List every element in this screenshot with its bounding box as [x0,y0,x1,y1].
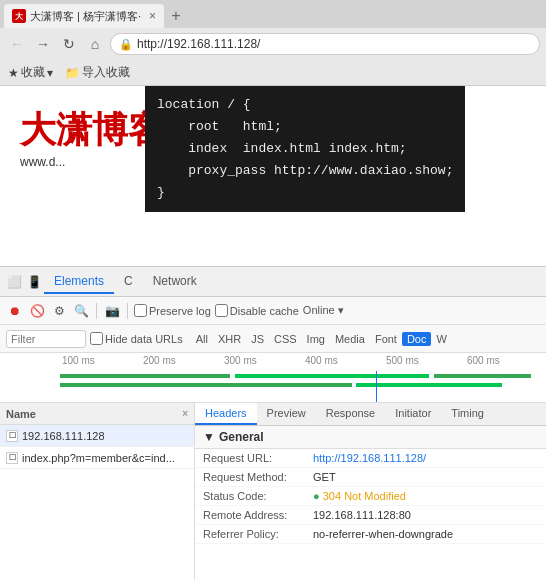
active-tab[interactable]: 大 大潇博客 | 杨宇潇博客· × [4,4,164,28]
hide-data-urls-checkbox[interactable]: Hide data URLs [90,332,183,345]
details-tab-preview[interactable]: Preview [257,403,316,425]
bookmarks-label: 收藏 [21,64,45,81]
name-column-header: Name [6,408,36,420]
timeline-label-400: 400 ms [303,355,384,366]
preserve-log-input[interactable] [134,304,147,317]
tab-console[interactable]: C [114,270,143,294]
general-section-arrow: ▼ [203,430,215,444]
close-request-icon[interactable]: × [182,408,188,419]
tab-title: 大潇博客 | 杨宇潇博客· [30,9,145,24]
hide-data-urls-label: Hide data URLs [105,333,183,345]
new-tab-button[interactable]: + [164,4,188,28]
camera-icon[interactable]: 📷 [103,302,121,320]
inspect-element-icon[interactable]: ⬜ [4,272,24,292]
filter-type-buttons: All XHR JS CSS Img Media Font Doc W [191,332,452,346]
filter-img[interactable]: Img [302,332,330,346]
request-item-0[interactable]: ☐ 192.168.111.128 [0,425,194,447]
online-selector[interactable]: Online ▾ [303,304,344,317]
details-row-method: Request Method: GET [195,468,546,487]
forward-icon: → [36,36,50,52]
search-button[interactable]: 🔍 [72,302,90,320]
remote-address-value: 192.168.111.128:80 [313,509,538,521]
details-row-url: Request URL: http://192.168.111.128/ [195,449,546,468]
devtools-panel: ⬜ 📱 Elements C Network ⏺ 🚫 ⚙ 🔍 📷 Preserv… [0,266,546,580]
preserve-log-checkbox[interactable]: Preserve log [134,304,211,317]
filter-xhr[interactable]: XHR [213,332,246,346]
bookmarks-bar: ★ 收藏 ▾ 📁 导入收藏 [0,60,546,86]
timeline-label-500: 500 ms [384,355,465,366]
request-name-0: 192.168.111.128 [22,430,188,442]
request-item-1[interactable]: ☐ index.php?m=member&c=ind... [0,447,194,469]
details-tab-initiator[interactable]: Initiator [385,403,441,425]
filter-font[interactable]: Font [370,332,402,346]
code-line-4: proxy_pass http://www.daxiao.show; [157,160,453,182]
hide-data-urls-input[interactable] [90,332,103,345]
details-row-remote: Remote Address: 192.168.111.128:80 [195,506,546,525]
details-tab-response[interactable]: Response [316,403,386,425]
devtools-tab-bar: ⬜ 📱 Elements C Network [0,267,546,297]
referrer-policy-label: Referrer Policy: [203,528,313,540]
import-label: 导入收藏 [82,64,130,81]
refresh-button[interactable]: ↻ [58,33,80,55]
security-shield-icon: 🔒 [119,38,133,51]
request-method-value: GET [313,471,538,483]
code-tooltip-overlay: location / { root html; index index.html… [145,86,465,212]
filter-w[interactable]: W [431,332,451,346]
tab-elements[interactable]: Elements [44,270,114,294]
home-button[interactable]: ⌂ [84,33,106,55]
timeline-label-200: 200 ms [141,355,222,366]
chevron-down-icon: ▾ [47,66,53,80]
home-icon: ⌂ [91,36,99,52]
details-row-referrer: Referrer Policy: no-referrer-when-downgr… [195,525,546,544]
requests-list: Name × ☐ 192.168.111.128 ☐ index.php?m=m… [0,403,195,580]
request-name-1: index.php?m=member&c=ind... [22,452,188,464]
request-url-label: Request URL: [203,452,313,464]
details-tab-timing[interactable]: Timing [441,403,494,425]
address-bar[interactable]: 🔒 http://192.168.111.128/ [110,33,540,55]
tab-network-placeholder[interactable]: Network [143,270,207,294]
code-line-1: location / { [157,94,453,116]
filter-media[interactable]: Media [330,332,370,346]
filter-doc[interactable]: Doc [402,332,432,346]
record-button[interactable]: ⏺ [6,302,24,320]
filter-js[interactable]: JS [246,332,269,346]
status-code-value: ● 304 Not Modified [313,490,538,502]
timeline-label-100: 100 ms [60,355,141,366]
tab-bar: 大 大潇博客 | 杨宇潇博客· × + [0,0,546,28]
code-line-3: index index.html index.htm; [157,138,453,160]
address-text: http://192.168.111.128/ [137,37,260,51]
timeline-label-600: 600 ms [465,355,546,366]
timeline-labels: 100 ms 200 ms 300 ms 400 ms 500 ms 600 m… [60,355,546,366]
details-row-status: Status Code: ● 304 Not Modified [195,487,546,506]
status-code-text: 304 Not Modified [323,490,406,502]
disable-cache-checkbox[interactable]: Disable cache [215,304,299,317]
filter-toggle-button[interactable]: ⚙ [50,302,68,320]
tab-favicon: 大 [12,9,26,23]
nav-bar: ← → ↻ ⌂ 🔒 http://192.168.111.128/ [0,28,546,60]
browser-chrome: 大 大潇博客 | 杨宇潇博客· × + ← → ↻ ⌂ 🔒 http://192… [0,0,546,86]
import-bookmarks-item[interactable]: 📁 导入收藏 [65,64,130,81]
back-button[interactable]: ← [6,33,28,55]
request-url-value[interactable]: http://192.168.111.128/ [313,452,538,464]
forward-button[interactable]: → [32,33,54,55]
bookmarks-star-item[interactable]: ★ 收藏 ▾ [8,64,53,81]
filter-input[interactable] [6,330,86,348]
filter-all[interactable]: All [191,332,213,346]
filter-css[interactable]: CSS [269,332,302,346]
clear-button[interactable]: 🚫 [28,302,46,320]
general-section-header[interactable]: ▼ General [195,426,546,449]
general-section-title: General [219,430,264,444]
requests-list-header: Name × [0,403,194,425]
page-content: 大潇博客 www.d... location / { root html; in… [0,86,546,266]
network-toolbar: ⏺ 🚫 ⚙ 🔍 📷 Preserve log Disable cache Onl… [0,297,546,325]
folder-icon: 📁 [65,66,80,80]
tab-close-button[interactable]: × [149,9,156,23]
disable-cache-input[interactable] [215,304,228,317]
timeline-label-300: 300 ms [222,355,303,366]
request-icon-1: ☐ [6,452,18,464]
timeline-panel: 100 ms 200 ms 300 ms 400 ms 500 ms 600 m… [0,353,546,403]
refresh-icon: ↻ [63,36,75,52]
device-toolbar-icon[interactable]: 📱 [24,272,44,292]
details-tabs: Headers Preview Response Initiator Timin… [195,403,546,426]
details-tab-headers[interactable]: Headers [195,403,257,425]
